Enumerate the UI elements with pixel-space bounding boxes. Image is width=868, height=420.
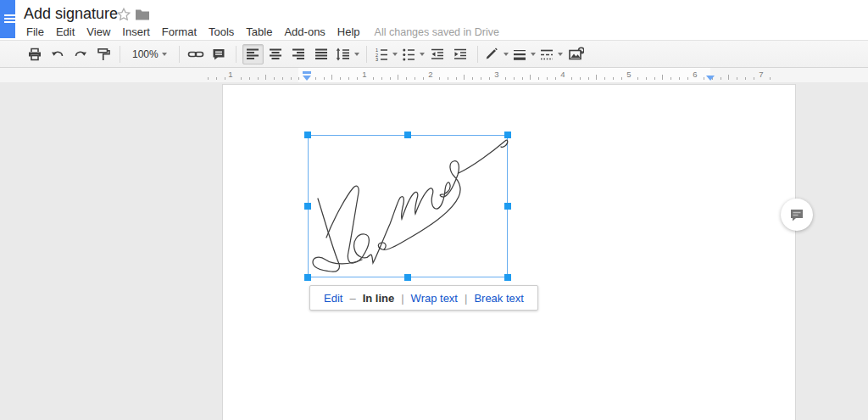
chevron-down-icon bbox=[162, 53, 167, 56]
right-indent-marker[interactable] bbox=[706, 76, 715, 81]
inline-option[interactable]: In line bbox=[363, 292, 395, 305]
chevron-down-icon bbox=[531, 53, 536, 56]
move-to-folder-icon[interactable] bbox=[135, 8, 150, 21]
chevron-down-icon bbox=[504, 53, 509, 56]
comment-icon bbox=[789, 208, 804, 222]
chevron-down-icon bbox=[558, 53, 563, 56]
ruler-number: 3 bbox=[494, 70, 498, 79]
edit-image-link[interactable]: Edit bbox=[324, 292, 342, 305]
resize-handle-middle-right[interactable] bbox=[504, 203, 511, 210]
menu-format[interactable]: Format bbox=[156, 25, 203, 38]
toolbar: 100% bbox=[0, 40, 868, 68]
chevron-down-icon bbox=[354, 53, 359, 56]
align-left-button[interactable] bbox=[242, 44, 264, 64]
border-dash-button[interactable] bbox=[538, 44, 564, 64]
document-canvas: Edit – In line | Wrap text | Break text bbox=[0, 82, 868, 420]
menu-help[interactable]: Help bbox=[331, 25, 366, 38]
svg-text:3: 3 bbox=[376, 57, 378, 62]
first-line-indent-marker[interactable] bbox=[303, 71, 311, 74]
resize-handle-middle-left[interactable] bbox=[304, 203, 311, 210]
docs-app-icon[interactable] bbox=[0, 0, 15, 38]
menu-insert[interactable]: Insert bbox=[116, 25, 156, 38]
resize-handle-top-middle[interactable] bbox=[404, 132, 411, 138]
reset-image-button[interactable] bbox=[565, 44, 587, 64]
resize-handle-bottom-middle[interactable] bbox=[404, 274, 411, 281]
ruler-number: 1 bbox=[362, 70, 366, 79]
line-weight-button[interactable] bbox=[511, 44, 537, 64]
break-text-option[interactable]: Break text bbox=[474, 292, 524, 305]
options-separator: | bbox=[465, 292, 467, 305]
star-icon[interactable] bbox=[116, 7, 131, 22]
document-page[interactable]: Edit – In line | Wrap text | Break text bbox=[222, 84, 796, 420]
options-dash: – bbox=[349, 292, 355, 305]
resize-handle-bottom-left[interactable] bbox=[304, 274, 311, 281]
chevron-down-icon bbox=[420, 53, 425, 56]
align-justify-button[interactable] bbox=[311, 44, 332, 64]
left-indent-marker[interactable] bbox=[303, 76, 311, 81]
border-color-button[interactable] bbox=[484, 44, 509, 64]
ruler-number: 7 bbox=[759, 70, 763, 79]
decrease-indent-button[interactable] bbox=[427, 44, 448, 64]
increase-indent-button[interactable] bbox=[450, 44, 471, 64]
zoom-value: 100% bbox=[132, 48, 159, 60]
ruler-number: 6 bbox=[693, 70, 697, 79]
align-right-button[interactable] bbox=[288, 44, 309, 64]
image-selection-box[interactable] bbox=[308, 135, 508, 277]
add-comment-bubble[interactable] bbox=[781, 199, 813, 231]
menu-file[interactable]: File bbox=[20, 25, 50, 38]
menu-bar: FileEditViewInsertFormatToolsTableAdd-on… bbox=[20, 24, 499, 40]
ruler-number: 5 bbox=[626, 70, 631, 79]
save-status-text[interactable]: All changes saved in Drive bbox=[366, 26, 499, 38]
document-title[interactable]: Add signature bbox=[24, 5, 118, 23]
ruler-active-area bbox=[298, 68, 710, 82]
ruler-number: 4 bbox=[560, 70, 565, 79]
google-docs-window: Add signature FileEditViewInsertFormatTo… bbox=[0, 0, 868, 420]
menu-edit[interactable]: Edit bbox=[50, 25, 81, 38]
insert-link-button[interactable] bbox=[186, 44, 207, 64]
resize-handle-bottom-right[interactable] bbox=[504, 274, 511, 281]
numbered-list-button[interactable]: 1 2 3 bbox=[373, 44, 398, 64]
header: Add signature FileEditViewInsertFormatTo… bbox=[0, 0, 868, 41]
signature-image[interactable] bbox=[309, 136, 509, 278]
resize-handle-top-left[interactable] bbox=[304, 132, 311, 138]
ruler-number: 1 bbox=[228, 70, 232, 79]
bulleted-list-button[interactable] bbox=[400, 44, 426, 64]
insert-comment-button[interactable] bbox=[209, 44, 230, 64]
zoom-select[interactable]: 100% bbox=[126, 44, 173, 64]
ruler[interactable]: 11234567 bbox=[0, 68, 868, 82]
line-spacing-button[interactable] bbox=[334, 44, 360, 64]
ruler-number: 2 bbox=[428, 70, 432, 79]
options-separator: | bbox=[401, 292, 403, 305]
print-button[interactable] bbox=[24, 44, 45, 64]
undo-button[interactable] bbox=[47, 44, 68, 64]
paint-format-button[interactable] bbox=[92, 44, 114, 64]
menu-view[interactable]: View bbox=[81, 25, 116, 38]
chevron-down-icon bbox=[392, 53, 398, 56]
menu-table[interactable]: Table bbox=[240, 25, 278, 38]
redo-button[interactable] bbox=[70, 44, 91, 64]
menu-tools[interactable]: Tools bbox=[203, 25, 240, 38]
resize-handle-top-right[interactable] bbox=[504, 132, 511, 138]
align-center-button[interactable] bbox=[265, 44, 287, 64]
wrap-text-option[interactable]: Wrap text bbox=[411, 292, 458, 305]
menu-add-ons[interactable]: Add-ons bbox=[278, 25, 331, 38]
image-options-bar: Edit – In line | Wrap text | Break text bbox=[309, 285, 538, 311]
